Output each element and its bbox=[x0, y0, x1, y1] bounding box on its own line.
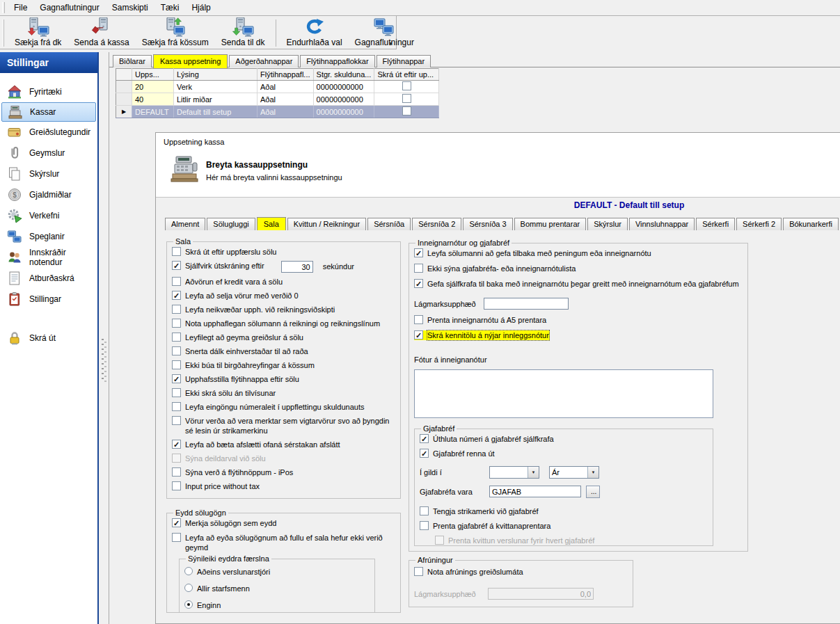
tab-bommu-prentarar[interactable]: Bommu prentarar bbox=[514, 218, 587, 230]
checkbox[interactable]: ✓ bbox=[172, 261, 181, 270]
checkbox[interactable] bbox=[172, 533, 181, 542]
menu-item[interactable]: Hjálp bbox=[185, 1, 216, 15]
checkbox-label: Nota afrúnings greiðslumáta bbox=[427, 567, 523, 577]
column-header[interactable]: Stgr. skulduna... bbox=[313, 69, 374, 81]
toolbar-button[interactable]: Gagnaflutningur bbox=[349, 17, 420, 49]
splitter[interactable] bbox=[99, 52, 109, 624]
toolbar-button[interactable]: Sækja frá dk bbox=[8, 17, 68, 49]
sidebar-item-stillingar[interactable]: Stillingar bbox=[1, 289, 96, 310]
checkbox[interactable] bbox=[172, 305, 181, 314]
checkbox[interactable] bbox=[172, 346, 181, 355]
tab-vinnsluhnappar[interactable]: Vinnsluhnappar bbox=[629, 218, 695, 230]
checkbox[interactable] bbox=[172, 277, 181, 286]
tab-s-rkerfi[interactable]: Sérkerfi bbox=[696, 218, 735, 230]
checkbox[interactable] bbox=[402, 81, 411, 90]
tab-a-ger-ahnappar[interactable]: Aðgerðahnappar bbox=[229, 55, 299, 67]
column-header[interactable]: Skrá út eftir up... bbox=[374, 69, 439, 81]
column-header[interactable]: Upps... bbox=[132, 69, 174, 81]
checkbox[interactable]: ✓ bbox=[172, 374, 181, 383]
validity-unit-dropdown[interactable]: Ár▼ bbox=[549, 466, 599, 479]
validity-count-dropdown[interactable]: ▼ bbox=[489, 466, 539, 479]
tab-kassa-uppsetning[interactable]: Kassa uppsetning bbox=[153, 54, 228, 68]
sidebar-item-geymslur[interactable]: Geymslur bbox=[1, 143, 96, 163]
checkbox[interactable] bbox=[172, 416, 181, 425]
tab-fl-tihnappaflokkar[interactable]: Flýtihnappaflokkar bbox=[300, 55, 374, 67]
cell-flokkur: Aðal bbox=[257, 93, 314, 106]
column-header[interactable]: Flýtihnappafl... bbox=[257, 69, 314, 81]
checkbox-label: Ekki skrá sölu án tilvísunar bbox=[185, 388, 276, 398]
sidebar-item-innskr-ir-notendur[interactable]: Innskráðir notendur bbox=[1, 247, 96, 268]
checkbox[interactable] bbox=[402, 94, 411, 103]
sidebar-item-atbur-askr-[interactable]: Atburðaskrá bbox=[1, 268, 96, 289]
checkbox[interactable]: ✓ bbox=[172, 291, 181, 300]
column-header[interactable]: Lýsing bbox=[174, 69, 257, 81]
table-row[interactable]: ▶DEFAULTDefault till setupAðal0000000000… bbox=[116, 106, 439, 118]
toolbar-button[interactable]: Senda til dk bbox=[215, 17, 271, 49]
radio-button[interactable] bbox=[184, 567, 193, 575]
checkbox[interactable] bbox=[414, 264, 423, 273]
menu-item[interactable]: Samskipti bbox=[106, 1, 154, 15]
footer-textarea[interactable] bbox=[414, 369, 713, 418]
checkbox[interactable] bbox=[172, 402, 181, 411]
checkbox[interactable]: ✓ bbox=[172, 440, 181, 449]
checkbox[interactable] bbox=[172, 247, 181, 256]
sidebar-item-fyrirt-ki[interactable]: Fyrirtæki bbox=[1, 81, 96, 102]
chevron-down-icon[interactable]: ▼ bbox=[528, 467, 539, 478]
checkbox[interactable]: ✓ bbox=[172, 518, 181, 527]
checkbox[interactable] bbox=[420, 521, 429, 530]
tab-s-rsn-a-3[interactable]: Sérsníða 3 bbox=[463, 218, 512, 230]
row-selector-cell[interactable] bbox=[116, 81, 132, 93]
sidebar-item-grei-slutegundir[interactable]: Greiðslutegundir bbox=[1, 122, 96, 143]
tab-fl-tihnappar[interactable]: Flýtihnappar bbox=[377, 55, 431, 67]
checkbox[interactable]: ✓ bbox=[420, 449, 429, 458]
checkbox[interactable] bbox=[172, 319, 181, 328]
checkbox[interactable]: ✓ bbox=[414, 279, 423, 288]
checkbox[interactable] bbox=[420, 506, 429, 515]
tab-almennt[interactable]: Almennt bbox=[165, 218, 205, 230]
menu-item[interactable]: File bbox=[8, 1, 33, 15]
tab-kvittun-reikningur[interactable]: Kvittun / Reikningur bbox=[287, 218, 366, 230]
row-selector-cell[interactable] bbox=[116, 93, 132, 106]
sidebar-item-gjaldmi-lar[interactable]: $Gjaldmiðlar bbox=[1, 184, 96, 205]
checkbox[interactable] bbox=[172, 467, 181, 477]
checkbox[interactable] bbox=[172, 481, 181, 490]
radio-button[interactable] bbox=[184, 584, 193, 592]
menu-item[interactable]: Tæki bbox=[154, 1, 186, 15]
sidebar-item-kassar[interactable]: Kassar bbox=[1, 102, 96, 122]
checkbox[interactable]: ✓ bbox=[414, 330, 423, 339]
table-row[interactable]: 40Litlir miðarAðal00000000000 bbox=[116, 93, 439, 106]
product-code-input[interactable] bbox=[489, 486, 581, 497]
sidebar-item-sk-rslur[interactable]: Skýrslur bbox=[1, 163, 96, 184]
tab-sk-rslur[interactable]: Skýrslur bbox=[587, 218, 628, 230]
toolbar-button[interactable]: Sækja frá kössum bbox=[136, 17, 215, 49]
tab-s-rsn-a[interactable]: Sérsníða bbox=[367, 218, 411, 230]
sidebar-item-skr-t[interactable]: Skrá út bbox=[1, 328, 96, 349]
checkbox[interactable]: ✓ bbox=[414, 248, 423, 257]
checkbox[interactable] bbox=[172, 388, 181, 397]
toolbar-button[interactable]: Endurhlaða val bbox=[280, 17, 349, 49]
tab-s-lugluggi[interactable]: Sölugluggi bbox=[207, 218, 255, 230]
tab-s-rsn-a-2[interactable]: Sérsníða 2 bbox=[412, 218, 461, 230]
toolbar-overflow-button[interactable]: ▼ bbox=[388, 41, 393, 46]
sidebar-item-verkefni[interactable]: Verkefni bbox=[1, 205, 96, 226]
tab-sala[interactable]: Sala bbox=[257, 217, 286, 230]
toolbar-button[interactable]: Senda á kassa bbox=[68, 17, 135, 49]
radio-button[interactable] bbox=[184, 600, 193, 609]
tab-bi-larar[interactable]: Biðlarar bbox=[113, 55, 152, 67]
checkbox[interactable] bbox=[172, 333, 181, 342]
chevron-down-icon[interactable]: ▼ bbox=[587, 467, 599, 478]
checkbox[interactable] bbox=[172, 360, 181, 369]
row-selector-cell[interactable]: ▶ bbox=[116, 106, 132, 118]
menu-item[interactable]: Gagnaflutningur bbox=[33, 1, 105, 15]
seconds-input[interactable] bbox=[281, 261, 313, 273]
checkbox[interactable] bbox=[414, 567, 423, 576]
checkbox[interactable]: ✓ bbox=[420, 434, 429, 443]
tab-s-rkerfi-2[interactable]: Sérkerfi 2 bbox=[736, 218, 782, 230]
sidebar-item-speglanir[interactable]: Speglanir bbox=[1, 226, 96, 247]
checkbox[interactable] bbox=[414, 315, 423, 324]
lookup-button[interactable]: ... bbox=[586, 486, 600, 498]
table-row[interactable]: 20VerkAðal00000000000 bbox=[116, 81, 439, 93]
checkbox[interactable] bbox=[402, 106, 411, 115]
tab-b-kunarkerfi[interactable]: Bókunarkerfi bbox=[783, 218, 839, 230]
amount-input[interactable] bbox=[484, 298, 569, 310]
